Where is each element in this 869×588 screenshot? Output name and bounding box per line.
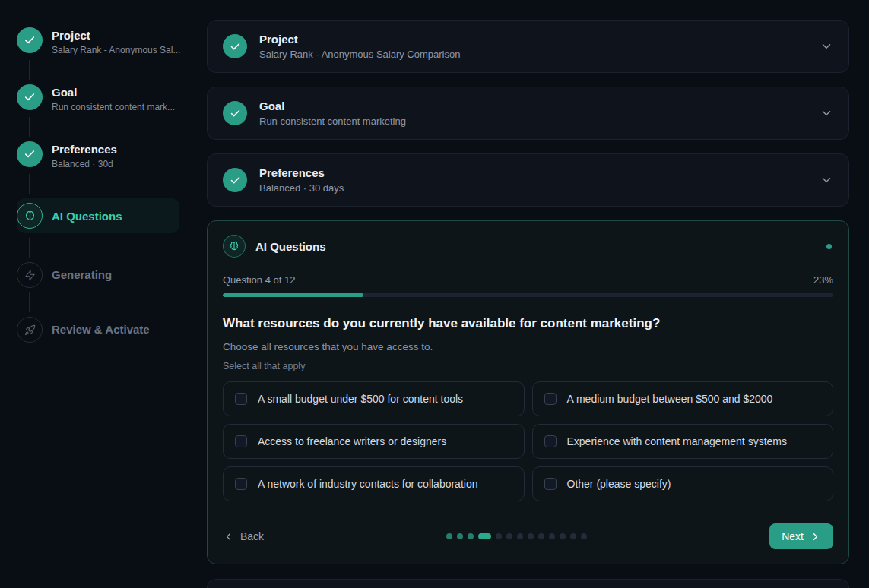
progress-dot[interactable] <box>496 533 502 539</box>
progress-dot[interactable] <box>570 533 576 539</box>
progress-dot[interactable] <box>581 533 587 539</box>
check-icon <box>17 27 43 53</box>
option-medium-budget[interactable]: A medium budget between $500 and $2000 <box>532 381 834 416</box>
step-connector <box>29 292 30 312</box>
progress-percent: 23% <box>813 274 833 286</box>
next-button[interactable]: Next <box>769 523 833 549</box>
chevron-down-icon[interactable] <box>820 173 833 187</box>
step-title: Review & Activate <box>52 317 150 336</box>
option-label: Experience with content management syste… <box>567 435 787 447</box>
options-grid: A small budget under $500 for content to… <box>223 381 833 501</box>
progress-dot[interactable] <box>506 533 512 539</box>
sidebar-step-generating[interactable]: Generating <box>17 262 207 288</box>
rocket-icon <box>17 317 43 343</box>
chevron-right-icon <box>810 531 821 542</box>
option-small-budget[interactable]: A small budget under $500 for content to… <box>223 381 525 416</box>
checkbox-icon[interactable] <box>235 393 247 405</box>
ai-questions-card: AI Questions Question 4 of 12 23% What r… <box>207 220 849 564</box>
option-label: A small budget under $500 for content to… <box>258 393 463 405</box>
brain-icon <box>223 235 246 258</box>
wizard-app: Project Salary Rank - Anonymous Sal... G… <box>0 0 869 588</box>
sidebar-step-goal[interactable]: Goal Run consistent content mark... <box>17 84 207 112</box>
progress-dot[interactable] <box>468 533 474 539</box>
active-status-dot <box>826 244 832 249</box>
question-progress-row: Question 4 of 12 23% <box>223 274 833 286</box>
question-progress-fill <box>223 293 363 297</box>
option-cms-experience[interactable]: Experience with content management syste… <box>532 424 834 459</box>
checkbox-icon[interactable] <box>544 435 557 447</box>
zap-icon <box>17 262 43 288</box>
progress-dot[interactable] <box>549 533 555 539</box>
option-label: Access to freelance writers or designers <box>258 435 446 447</box>
sidebar-step-review-activate[interactable]: Review & Activate <box>17 317 207 343</box>
goal-summary-card[interactable]: Goal Run consistent content marketing <box>207 87 849 140</box>
step-connector <box>29 60 30 80</box>
option-industry-network[interactable]: A network of industry contacts for colla… <box>223 466 525 501</box>
option-label: A medium budget between $500 and $2000 <box>567 393 773 405</box>
next-collapsed-card-peek <box>207 579 849 588</box>
progress-dots <box>446 533 587 539</box>
step-title: Project <box>52 29 180 43</box>
project-summary-card[interactable]: Project Salary Rank - Anonymous Salary C… <box>207 20 849 73</box>
chevron-down-icon[interactable] <box>820 106 833 120</box>
brain-icon <box>17 203 43 229</box>
card-subtitle: Balanced · 30 days <box>259 182 807 194</box>
sidebar: Project Salary Rank - Anonymous Sal... G… <box>0 0 207 588</box>
check-icon <box>17 84 43 110</box>
sidebar-step-preferences[interactable]: Preferences Balanced · 30d <box>17 141 207 169</box>
question-hint: Select all that apply <box>223 361 833 371</box>
chevron-down-icon[interactable] <box>820 40 833 53</box>
step-subtitle: Salary Rank - Anonymous Sal... <box>52 45 180 55</box>
card-title: Project <box>259 33 807 46</box>
sidebar-step-ai-questions[interactable]: AI Questions <box>17 198 179 233</box>
step-connector <box>29 117 30 137</box>
step-subtitle: Balanced · 30d <box>52 159 117 169</box>
progress-dot[interactable] <box>457 533 463 539</box>
ai-questions-header: AI Questions <box>223 235 833 258</box>
preferences-summary-card[interactable]: Preferences Balanced · 30 days <box>207 153 849 207</box>
progress-dot[interactable] <box>478 533 491 539</box>
step-connector <box>29 174 30 194</box>
checkbox-icon[interactable] <box>544 393 557 405</box>
step-title: Goal <box>52 86 175 100</box>
next-button-label: Next <box>782 530 804 542</box>
step-title: Generating <box>52 262 112 281</box>
option-label: A network of industry contacts for colla… <box>258 478 477 490</box>
check-icon <box>223 34 247 58</box>
card-subtitle: Run consistent content marketing <box>259 115 807 127</box>
card-title: Preferences <box>259 166 807 179</box>
check-icon <box>223 101 247 125</box>
check-icon <box>223 168 247 192</box>
question-title: What resources do you currently have ava… <box>223 316 833 331</box>
main-content: Project Salary Rank - Anonymous Salary C… <box>207 0 869 588</box>
step-title: Preferences <box>52 143 117 156</box>
card-title: Goal <box>259 100 807 112</box>
progress-dot[interactable] <box>560 533 566 539</box>
option-freelance-access[interactable]: Access to freelance writers or designers <box>223 424 525 459</box>
progress-dot[interactable] <box>517 533 523 539</box>
checkbox-icon[interactable] <box>544 478 557 490</box>
progress-dot[interactable] <box>446 533 452 539</box>
step-title: AI Questions <box>52 210 122 223</box>
question-footer: Back Next <box>223 523 833 549</box>
card-subtitle: Salary Rank - Anonymous Salary Compariso… <box>259 49 807 60</box>
question-progress-bar <box>223 293 833 297</box>
question-description: Choose all resources that you have acces… <box>223 341 833 352</box>
sidebar-step-project[interactable]: Project Salary Rank - Anonymous Sal... <box>17 27 207 55</box>
option-other[interactable]: Other (please specify) <box>532 466 834 501</box>
progress-dot[interactable] <box>528 533 534 539</box>
chevron-left-icon <box>223 531 234 542</box>
option-label: Other (please specify) <box>567 478 671 490</box>
question-counter: Question 4 of 12 <box>223 274 295 286</box>
step-subtitle: Run consistent content mark... <box>52 102 175 112</box>
checkbox-icon[interactable] <box>235 478 247 490</box>
checkbox-icon[interactable] <box>235 435 247 447</box>
check-icon <box>17 141 43 167</box>
card-title: AI Questions <box>255 240 817 253</box>
progress-dot[interactable] <box>538 533 544 539</box>
step-connector <box>29 238 30 258</box>
back-button[interactable]: Back <box>223 530 264 542</box>
back-button-label: Back <box>240 530 264 542</box>
